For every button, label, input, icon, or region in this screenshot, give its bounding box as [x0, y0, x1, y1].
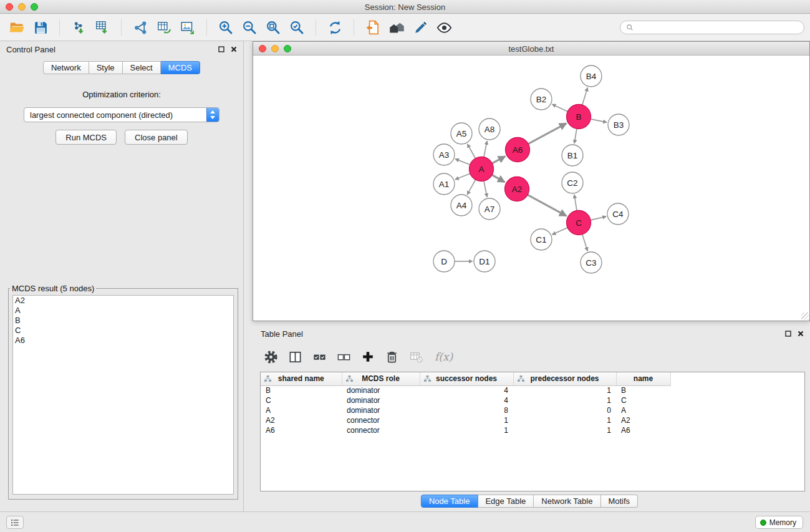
zoom-out-button[interactable] [238, 17, 261, 38]
mcds-result-item[interactable]: A [13, 306, 233, 316]
node-table-row[interactable]: Cdominator41C [261, 395, 804, 405]
network-edge-C-C3[interactable] [582, 235, 587, 251]
network-edge-B-B3[interactable] [591, 119, 607, 122]
float-table-panel-button[interactable] [785, 331, 791, 337]
optimization-criterion-select[interactable]: largest connected component (directed) [24, 107, 219, 122]
import-network-button[interactable] [67, 17, 90, 38]
network-window-titlebar[interactable]: testGlobe.txt [253, 42, 809, 56]
resize-handle[interactable] [801, 312, 809, 320]
unselect-all-columns-button[interactable] [337, 350, 351, 364]
function-builder-button[interactable]: f(x) [433, 351, 453, 363]
run-mcds-button[interactable]: Run MCDS [55, 130, 117, 145]
network-node-A6[interactable]: A6 [506, 138, 530, 162]
network-node-C1[interactable]: C1 [531, 229, 552, 250]
column-header-successor-nodes[interactable]: successor nodes [420, 372, 513, 385]
add-row-button[interactable] [361, 350, 375, 364]
mcds-result-item[interactable]: C [13, 326, 233, 336]
network-node-A[interactable]: A [470, 157, 494, 181]
search-field[interactable] [620, 21, 804, 34]
zoom-fit-button[interactable] [261, 17, 285, 38]
tab-motifs[interactable]: Motifs [600, 495, 638, 508]
zoom-in-button[interactable] [214, 17, 238, 38]
close-table-panel-button[interactable] [798, 331, 804, 337]
zoom-selected-button[interactable] [285, 17, 309, 38]
mcds-result-item[interactable]: B [13, 316, 233, 326]
network-edge-A2-C[interactable] [528, 195, 566, 216]
network-node-B3[interactable]: B3 [608, 114, 629, 135]
network-edge-C-C1[interactable] [552, 228, 568, 235]
network-edge-B-B1[interactable] [574, 128, 577, 143]
network-edge-B-B4[interactable] [582, 88, 588, 105]
show-columns-button[interactable] [288, 350, 302, 364]
column-header-name[interactable]: name [616, 372, 670, 385]
search-input[interactable] [637, 23, 798, 32]
export-image-button[interactable] [176, 17, 200, 38]
network-graph[interactable]: B4B2BB3A8A5A6B1A3AC2A1A2A4A7C4CC1C3DD1 [253, 56, 809, 321]
column-header-predecessor-nodes[interactable]: predecessor nodes [513, 372, 616, 385]
network-node-A8[interactable]: A8 [479, 118, 500, 140]
network-node-A1[interactable]: A1 [433, 173, 455, 195]
tab-style[interactable]: Style [89, 61, 123, 74]
column-header-shared-name[interactable]: shared name [261, 372, 342, 385]
network-node-C4[interactable]: C4 [607, 203, 629, 225]
network-edge-A-A4[interactable] [467, 180, 475, 195]
network-node-A3[interactable]: A3 [433, 144, 455, 165]
tab-select[interactable]: Select [123, 61, 161, 74]
network-canvas[interactable]: B4B2BB3A8A5A6B1A3AC2A1A2A4A7C4CC1C3DD1 [253, 56, 809, 321]
home-view-button[interactable] [385, 17, 408, 38]
network-node-B2[interactable]: B2 [531, 89, 552, 110]
style-tools-button[interactable] [408, 17, 432, 38]
network-edge-A-A1[interactable] [455, 173, 470, 180]
node-table-row[interactable]: Adominator80A [261, 405, 804, 415]
network-edge-A-A8[interactable] [484, 141, 487, 157]
network-edge-A-A3[interactable] [455, 159, 470, 165]
float-panel-button[interactable] [218, 46, 224, 52]
network-edge-A-A5[interactable] [468, 144, 476, 158]
network-edge-B-B2[interactable] [552, 104, 568, 112]
network-node-D1[interactable]: D1 [474, 251, 495, 272]
close-control-panel-button[interactable] [231, 46, 237, 52]
network-node-A7[interactable]: A7 [479, 198, 500, 220]
save-session-button[interactable] [29, 17, 52, 38]
table-settings-button[interactable] [264, 350, 278, 364]
tab-network-table[interactable]: Network Table [534, 495, 600, 508]
network-node-A2[interactable]: A2 [505, 177, 529, 201]
tab-edge-table[interactable]: Edge Table [478, 495, 534, 508]
delete-row-button[interactable] [385, 350, 399, 364]
network-node-D[interactable]: D [433, 251, 455, 272]
network-node-B[interactable]: B [567, 105, 591, 129]
network-edge-A-A6[interactable] [492, 157, 505, 163]
network-edge-C-C2[interactable] [574, 195, 577, 211]
mcds-result-item[interactable]: A2 [13, 296, 233, 306]
tab-mcds[interactable]: MCDS [161, 61, 200, 74]
network-node-A5[interactable]: A5 [451, 123, 472, 144]
node-table-row[interactable]: Bdominator41B [261, 385, 804, 395]
export-table-button[interactable] [152, 17, 176, 38]
network-edge-C-C4[interactable] [591, 216, 606, 220]
network-node-B1[interactable]: B1 [562, 145, 583, 166]
column-header-mcds-role[interactable]: MCDS role [342, 372, 420, 385]
open-file-button[interactable] [5, 17, 29, 38]
network-snapshot-button[interactable] [361, 17, 385, 38]
network-node-A4[interactable]: A4 [451, 195, 472, 216]
network-node-C[interactable]: C [567, 211, 591, 235]
close-panel-button[interactable]: Close panel [125, 130, 188, 145]
task-history-button[interactable] [6, 516, 24, 529]
network-edge-A6-B[interactable] [528, 123, 566, 144]
tab-network[interactable]: Network [43, 61, 89, 74]
mcds-result-item[interactable]: A6 [13, 336, 233, 346]
toggle-visibility-button[interactable] [432, 17, 456, 38]
network-node-C2[interactable]: C2 [562, 172, 583, 193]
network-node-C3[interactable]: C3 [581, 252, 602, 273]
node-table-row[interactable]: A6connector11A6 [261, 425, 804, 435]
import-table-button[interactable] [90, 17, 114, 38]
network-node-B4[interactable]: B4 [581, 65, 602, 87]
select-all-columns-button[interactable] [312, 350, 327, 364]
network-edge-A-A7[interactable] [484, 181, 487, 197]
memory-button[interactable]: Memory [755, 516, 803, 529]
node-table-row[interactable]: A2connector11A2 [261, 415, 804, 425]
tab-node-table[interactable]: Node Table [421, 495, 478, 508]
refresh-network-button[interactable] [323, 17, 347, 38]
new-network-button[interactable] [128, 17, 152, 38]
network-edge-A-A2[interactable] [492, 175, 504, 182]
